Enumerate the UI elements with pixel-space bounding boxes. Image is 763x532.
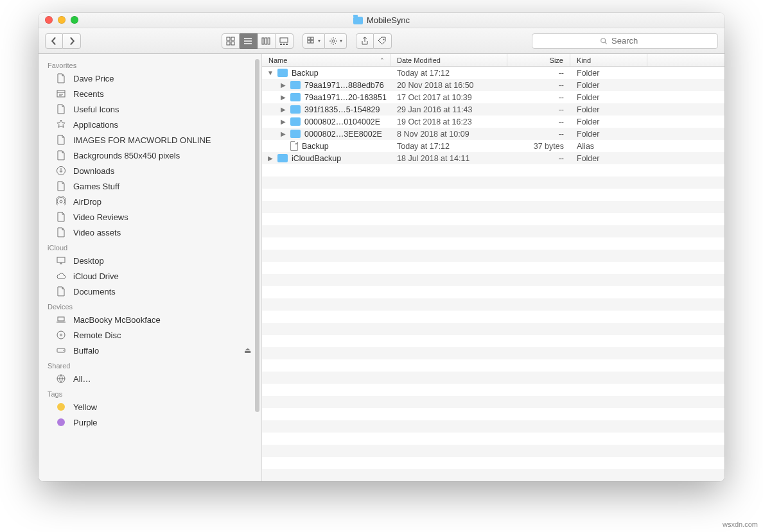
sidebar-item-useful-icons[interactable]: Useful Icons [39,101,261,117]
gear-icon [329,37,338,46]
sidebar-item-backgrounds-850x450-pixels[interactable]: Backgrounds 850x450 pixels [39,148,261,163]
table-row[interactable]: ▶0000802…0104002E19 Oct 2018 at 16:23--F… [262,116,724,128]
disclosure-triangle-icon[interactable]: ▼ [267,69,274,76]
sidebar-item-video-reviews[interactable]: Video Reviews [39,209,261,225]
empty-row [262,384,724,396]
doc-icon [55,286,67,297]
file-size: -- [507,154,570,163]
document-icon [290,141,298,151]
table-row[interactable]: BackupToday at 17:1237 bytesAlias [262,140,724,152]
sidebar-item-label: Backgrounds 850x450 pixels [73,151,180,160]
empty-row [262,225,724,237]
file-date: 18 Jul 2018 at 14:11 [390,154,507,163]
chevron-right-icon [67,37,76,46]
table-row[interactable]: ▶iCloudBackup18 Jul 2018 at 14:11--Folde… [262,152,724,164]
icon-view-button[interactable] [222,33,240,49]
sidebar-item-dave-price[interactable]: Dave Price [39,71,261,86]
forward-button[interactable] [63,33,81,49]
sidebar-item-documents[interactable]: Documents [39,284,261,299]
disclosure-triangle-icon[interactable]: ▶ [280,118,286,125]
gallery-view-button[interactable] [276,33,294,49]
table-row[interactable]: ▶79aa1971…888edb7620 Nov 2018 at 16:50--… [262,79,724,91]
column-kind[interactable]: Kind [570,54,647,66]
disclosure-triangle-icon[interactable]: ▶ [280,106,286,113]
disclosure-triangle-icon[interactable]: ▶ [280,94,286,101]
sidebar-item-applications[interactable]: Applications [39,117,261,132]
arrange-button[interactable]: ▾ [303,33,325,49]
file-date: 19 Oct 2018 at 16:23 [390,117,507,126]
sidebar-item-macbooky-mcbookface[interactable]: MacBooky McBookface [39,312,261,327]
table-row[interactable]: ▼BackupToday at 17:12--Folder [262,67,724,79]
table-row[interactable]: ▶391f1835…5-15482929 Jan 2016 at 11:43--… [262,103,724,116]
sidebar-item-airdrop[interactable]: AirDrop [39,194,261,209]
folder-icon [290,105,301,114]
svg-point-23 [57,331,65,339]
sidebar[interactable]: FavoritesDave PriceRecentsUseful IconsAp… [39,54,262,481]
sidebar-item-label: iCloud Drive [73,271,119,281]
grid-icon [226,37,235,46]
minimize-button[interactable] [58,16,66,24]
sidebar-item-downloads[interactable]: Downloads [39,163,261,178]
file-size: -- [507,130,570,139]
sidebar-item-video-assets[interactable]: Video assets [39,225,261,240]
svg-rect-6 [268,38,270,44]
folder-icon [277,154,288,162]
column-view-button[interactable] [258,33,276,49]
column-name[interactable]: Name⌃ [262,54,390,66]
svg-rect-13 [311,37,313,40]
empty-row [262,201,724,213]
file-name: Backup [302,142,329,151]
file-kind: Folder [570,154,647,163]
table-row[interactable]: ▶79aa1971…20-16385117 Oct 2017 at 10:39-… [262,91,724,103]
file-kind: Folder [570,117,647,126]
disclosure-triangle-icon[interactable]: ▶ [280,82,286,89]
empty-row [262,420,724,433]
file-name: 79aa1971…888edb76 [304,81,384,90]
sidebar-item-games-stuff[interactable]: Games Stuff [39,178,261,194]
empty-row [262,286,724,298]
zoom-button[interactable] [71,16,78,24]
content-area: Name⌃ Date Modified Size Kind ▼BackupTod… [262,54,724,481]
titlebar[interactable]: MobileSync [39,13,724,28]
disclosure-triangle-icon[interactable]: ▶ [267,155,274,162]
back-button[interactable] [45,33,63,49]
file-name: 391f1835…5-154829 [304,105,380,114]
table-row[interactable]: ▶0000802…3EE8002E8 Nov 2018 at 10:09--Fo… [262,128,724,140]
sidebar-item-label: MacBooky McBookface [73,315,161,325]
close-button[interactable] [45,16,53,24]
file-kind: Alias [570,142,647,151]
title-folder-icon [353,17,363,24]
file-name: 79aa1971…20-163851 [304,93,387,102]
search-input[interactable] [611,36,650,46]
empty-row [262,164,724,176]
column-date[interactable]: Date Modified [390,54,507,66]
empty-row [262,445,724,457]
sidebar-item-label: Recents [73,89,104,99]
gallery-icon [279,37,288,46]
sidebar-item-purple[interactable]: Purple [39,415,261,430]
file-kind: Folder [570,93,647,102]
file-list[interactable]: ▼BackupToday at 17:12--Folder▶79aa1971…8… [262,67,724,481]
empty-row [262,189,724,201]
sidebar-item-all-[interactable]: All… [39,371,261,386]
action-button[interactable]: ▾ [325,33,347,49]
file-date: Today at 17:12 [390,142,507,151]
sidebar-section-favorites: Favorites [39,58,261,71]
column-size[interactable]: Size [507,54,570,66]
disclosure-triangle-icon[interactable]: ▶ [280,130,286,137]
sidebar-item-icloud-drive[interactable]: iCloud Drive [39,268,261,284]
sidebar-item-desktop[interactable]: Desktop [39,253,261,268]
sidebar-item-buffalo[interactable]: Buffalo⏏ [39,343,261,358]
search-field[interactable] [532,33,718,49]
sidebar-item-images-for-macworld-online[interactable]: IMAGES FOR MACWORLD ONLINE [39,132,261,148]
empty-row [262,359,724,372]
column-spacer [647,54,724,66]
sidebar-item-remote-disc[interactable]: Remote Disc [39,327,261,343]
tags-button[interactable] [374,33,392,49]
sidebar-item-recents[interactable]: Recents [39,86,261,101]
list-view-button[interactable] [240,33,258,49]
eject-icon[interactable]: ⏏ [244,346,251,355]
column-size-label: Size [550,56,563,64]
sidebar-item-yellow[interactable]: Yellow [39,399,261,415]
share-button[interactable] [356,33,374,49]
